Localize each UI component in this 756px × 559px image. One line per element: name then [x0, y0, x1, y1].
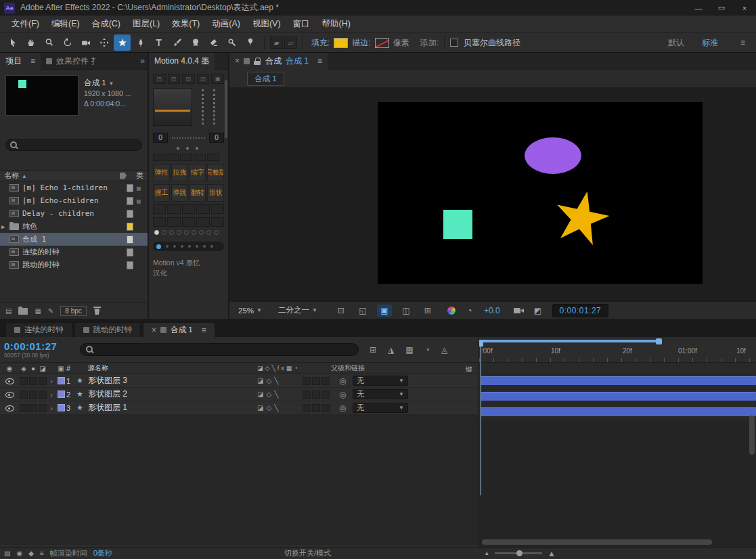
category-tab[interactable]: [166, 154, 179, 161]
new-composition-icon[interactable]: ▦: [35, 307, 41, 315]
parent-dropdown[interactable]: 无▼: [353, 389, 408, 399]
layer-color-swatch[interactable]: [58, 377, 65, 384]
grid-icon[interactable]: ◱: [355, 305, 370, 317]
motion-preset-button[interactable]: [196, 204, 209, 214]
motion-preset-button[interactable]: [196, 217, 209, 227]
zoom-in-mountain-icon[interactable]: ▲: [548, 549, 556, 558]
switch-cell[interactable]: [312, 390, 320, 399]
time-navigator-bar[interactable]: [479, 340, 659, 342]
workspace-standard[interactable]: 标准: [702, 37, 718, 49]
tag-column-icon[interactable]: [120, 173, 127, 179]
pick-whip-icon[interactable]: ◎: [339, 390, 353, 399]
stroke-label[interactable]: 描边:: [352, 37, 370, 49]
solo-toggle[interactable]: [29, 404, 37, 412]
audio-icon[interactable]: ◆: [28, 550, 34, 557]
project-item[interactable]: Delay - children: [0, 207, 148, 220]
preview-comp-name[interactable]: 合成 1▼: [84, 78, 131, 89]
tab-motion[interactable]: Motion 4.0.4 墨: [149, 53, 215, 70]
fill-color-swatch[interactable]: [334, 38, 348, 48]
category-tab[interactable]: [153, 154, 165, 161]
purple-ellipse-shape[interactable]: [525, 137, 581, 174]
horizontal-scrollbar[interactable]: [482, 539, 712, 545]
menu-file[interactable]: 文件(F): [5, 18, 45, 30]
switch-cell[interactable]: [303, 377, 311, 385]
cyan-square-shape[interactable]: [443, 210, 472, 239]
easing-curve-graph[interactable]: [153, 88, 192, 126]
switch-cell[interactable]: [312, 377, 320, 385]
bezier-path-checkbox[interactable]: [450, 39, 458, 47]
audio-toggle[interactable]: [20, 404, 28, 412]
timeline-track-area[interactable]: :00f 10f 20f 01:00f 10f: [479, 337, 756, 547]
visibility-eye-icon[interactable]: [5, 390, 15, 399]
solo-toggle[interactable]: [29, 390, 37, 399]
audio-toggle[interactable]: [20, 377, 28, 385]
menu-composition[interactable]: 合成(C): [86, 18, 127, 30]
snapshot-camera-icon[interactable]: [514, 307, 524, 314]
panel-menu-icon[interactable]: ≡: [30, 56, 35, 66]
expand-chevron-icon[interactable]: ›: [47, 377, 55, 385]
hand-tool-icon[interactable]: [22, 35, 39, 51]
effects-switch[interactable]: ◇: [266, 377, 271, 384]
motion-slider[interactable]: [153, 242, 224, 251]
collapse-switch[interactable]: ╲: [274, 377, 278, 384]
panel-menu-icon[interactable]: ≡: [317, 56, 322, 66]
motion-tool-button[interactable]: ◰: [168, 74, 181, 84]
quality-switch[interactable]: ◪: [257, 404, 263, 411]
switch-cell[interactable]: [321, 377, 330, 385]
effects-switch[interactable]: ◇: [266, 390, 271, 398]
visibility-eye-icon[interactable]: [5, 376, 15, 385]
render-queue-icon[interactable]: ▤: [4, 550, 10, 557]
close-tab-icon[interactable]: ×: [235, 56, 240, 66]
list-icon[interactable]: ≡: [40, 550, 44, 557]
layer-color-swatch[interactable]: [58, 404, 65, 411]
zoom-slider[interactable]: [495, 552, 542, 554]
pen-tool-icon[interactable]: [132, 35, 149, 51]
rotation-tool-icon[interactable]: [59, 35, 76, 51]
category-tab[interactable]: [180, 154, 192, 161]
timeline-search-input[interactable]: [80, 343, 359, 356]
tool-creates-shape-button[interactable]: ▰: [270, 37, 283, 49]
layer-name[interactable]: 形状图层 1: [88, 402, 257, 413]
resolution-select[interactable]: 二分之一▼: [278, 305, 317, 315]
tab-project[interactable]: 项目 ≡: [0, 53, 41, 70]
motion-action-button[interactable]: 缩字: [190, 164, 206, 181]
safe-areas-icon[interactable]: ⊡: [334, 305, 349, 317]
motion-preset-button[interactable]: [182, 217, 195, 227]
audio-toggle[interactable]: [20, 390, 28, 399]
new-folder-icon[interactable]: [18, 308, 28, 315]
layer-name[interactable]: 形状图层 3: [88, 375, 257, 386]
layer-name[interactable]: 形状图层 2: [88, 388, 257, 400]
motion-preset-button[interactable]: [153, 204, 166, 214]
layer-duration-bar[interactable]: [481, 376, 756, 385]
timeline-tab-jumping-clock[interactable]: 跳动的时钟: [74, 322, 141, 337]
pan-behind-tool-icon[interactable]: [95, 35, 112, 51]
tool-creates-mask-button[interactable]: ▱: [284, 37, 297, 49]
selection-tool-icon[interactable]: [4, 35, 21, 51]
motion-action-button[interactable]: 拉拽: [171, 164, 188, 181]
exposure-value[interactable]: +0.0: [484, 306, 500, 315]
timeline-tab-continuous-clock[interactable]: 连续的时钟: [5, 322, 72, 337]
region-of-interest-icon[interactable]: ⊞: [420, 305, 435, 317]
motion-preset-button[interactable]: [167, 217, 180, 227]
menu-animation[interactable]: 动画(A): [206, 18, 246, 30]
lock-icon[interactable]: [254, 57, 261, 66]
motion-preset-button[interactable]: [167, 204, 180, 214]
zoom-slider-thumb[interactable]: [516, 550, 522, 556]
menu-view[interactable]: 视图(V): [246, 18, 287, 30]
category-tab[interactable]: [207, 154, 219, 161]
composition-frame[interactable]: [378, 102, 703, 284]
time-navigator-handle[interactable]: [656, 338, 662, 344]
menu-edit[interactable]: 编辑(E): [45, 18, 86, 30]
project-item[interactable]: 跳动的时钟: [0, 259, 148, 271]
motion-action-button[interactable]: 弹跳: [171, 184, 188, 202]
minimize-button[interactable]: —: [687, 0, 710, 16]
motion-preset-button[interactable]: [211, 217, 224, 227]
stroke-color-swatch[interactable]: [375, 38, 389, 48]
composition-viewer[interactable]: [229, 87, 756, 301]
frame-blending-icon[interactable]: ▦: [405, 345, 413, 355]
motion-action-button[interactable]: 形状: [207, 184, 224, 202]
motion-tool-button[interactable]: ◳: [153, 74, 166, 84]
clone-stamp-tool-icon[interactable]: [187, 35, 204, 51]
motion-tool-button[interactable]: ▣: [211, 74, 224, 84]
motion-tool-button[interactable]: ◲: [197, 74, 210, 84]
